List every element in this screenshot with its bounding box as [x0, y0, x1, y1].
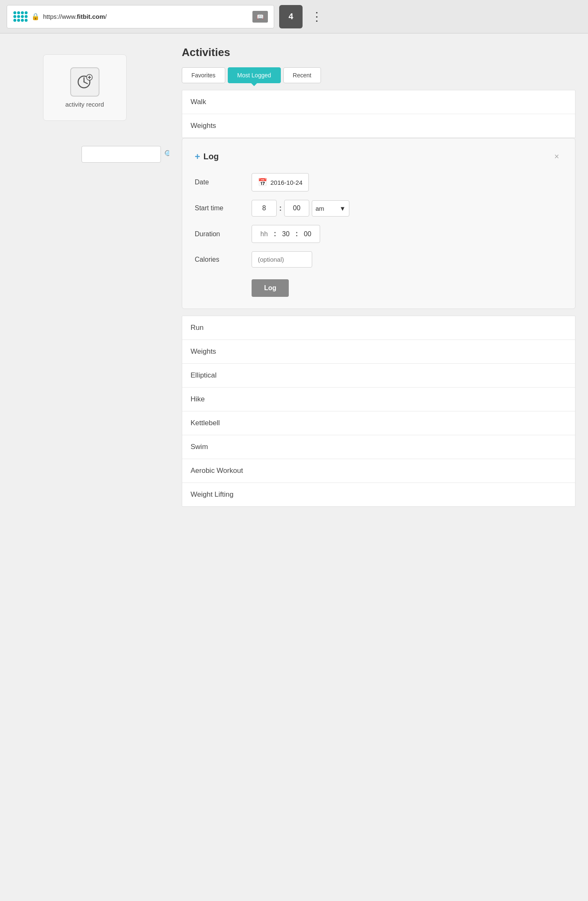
log-button[interactable]: Log — [252, 279, 289, 297]
duration-sep-2: : — [295, 230, 298, 238]
duration-ss-field[interactable] — [301, 230, 314, 238]
log-modal-header: + Log × — [195, 150, 563, 163]
lock-icon: 🔒 — [31, 13, 40, 20]
ampm-select[interactable]: am ▼ — [312, 200, 349, 217]
start-time-row: Start time : am ▼ — [195, 200, 563, 217]
list-item[interactable]: Walk — [182, 90, 575, 114]
tab-most-logged[interactable]: Most Logged — [228, 67, 281, 83]
list-item[interactable]: Weights — [182, 340, 575, 364]
duration-mm-field[interactable] — [280, 230, 292, 238]
calendar-icon: 📅 — [258, 178, 267, 187]
start-time-label: Start time — [195, 204, 245, 212]
reader-button[interactable]: 📖 — [252, 11, 268, 23]
activities-title: Activities — [182, 46, 575, 59]
list-item[interactable]: Elliptical — [182, 364, 575, 388]
log-modal: + Log × Date 📅 2016-10-24 Start time — [182, 138, 575, 309]
calories-row: Calories — [195, 251, 563, 268]
list-item[interactable]: Hike — [182, 388, 575, 411]
tab-favorites[interactable]: Favorites — [182, 67, 225, 83]
search-input[interactable] — [88, 151, 161, 158]
list-item[interactable]: Swim — [182, 435, 575, 459]
log-plus-icon: + — [195, 151, 200, 162]
top-activity-list: Walk Weights — [182, 90, 575, 138]
log-button-row: Log — [195, 276, 563, 297]
list-item[interactable]: Weights — [182, 114, 575, 138]
bottom-activity-list: Run Weights Elliptical Hike Kettlebell S… — [182, 316, 575, 507]
list-item[interactable]: Run — [182, 316, 575, 340]
ampm-value: am — [316, 205, 324, 212]
list-item[interactable]: Aerobic Workout — [182, 459, 575, 483]
duration-label: Duration — [195, 230, 245, 238]
activity-record-button[interactable]: activity record — [43, 54, 127, 121]
browser-chrome: 🔒 https://www.fitbit.com/ 📖 4 ⋮ — [0, 0, 588, 33]
svg-line-2 — [84, 82, 87, 84]
activity-record-label: activity record — [65, 101, 104, 108]
fitbit-logo-icon — [13, 9, 28, 24]
minute-field[interactable] — [284, 200, 309, 217]
date-label: Date — [195, 179, 245, 186]
date-row: Date 📅 2016-10-24 — [195, 173, 563, 191]
log-title: + Log — [195, 151, 219, 162]
calories-input[interactable] — [252, 251, 312, 268]
time-input-group: : am ▼ — [252, 200, 349, 217]
main-content: Activities Favorites Most Logged Recent … — [169, 33, 588, 901]
tab-recent[interactable]: Recent — [283, 67, 321, 83]
list-item[interactable]: Weight Lifting — [182, 483, 575, 506]
time-separator: : — [279, 204, 282, 213]
search-box[interactable]: 🔍 — [81, 146, 161, 163]
hour-field[interactable] — [252, 200, 277, 217]
browser-menu-button[interactable]: ⋮ — [308, 10, 326, 23]
duration-input-group: : : — [252, 225, 320, 243]
date-value: 2016-10-24 — [270, 179, 303, 186]
tab-count-label: 4 — [288, 12, 293, 21]
url-display: https://www.fitbit.com/ — [43, 13, 249, 20]
address-bar[interactable]: 🔒 https://www.fitbit.com/ 📖 — [7, 5, 274, 28]
calories-label: Calories — [195, 256, 245, 263]
tab-count-button[interactable]: 4 — [279, 5, 303, 28]
sidebar: activity record 🔍 — [0, 33, 169, 901]
duration-row: Duration : : — [195, 225, 563, 243]
ampm-chevron-icon: ▼ — [339, 205, 346, 212]
activity-record-icon — [70, 67, 99, 97]
log-title-text: Log — [204, 152, 219, 161]
duration-sep-1: : — [274, 230, 276, 238]
tabs-row: Favorites Most Logged Recent — [182, 67, 575, 83]
content-area: activity record 🔍 Activities Favorites M… — [0, 33, 588, 901]
close-button[interactable]: × — [551, 150, 563, 163]
list-item[interactable]: Kettlebell — [182, 411, 575, 435]
date-input[interactable]: 📅 2016-10-24 — [252, 173, 309, 191]
duration-hh-field[interactable] — [258, 230, 270, 238]
reader-icon: 📖 — [257, 13, 264, 20]
